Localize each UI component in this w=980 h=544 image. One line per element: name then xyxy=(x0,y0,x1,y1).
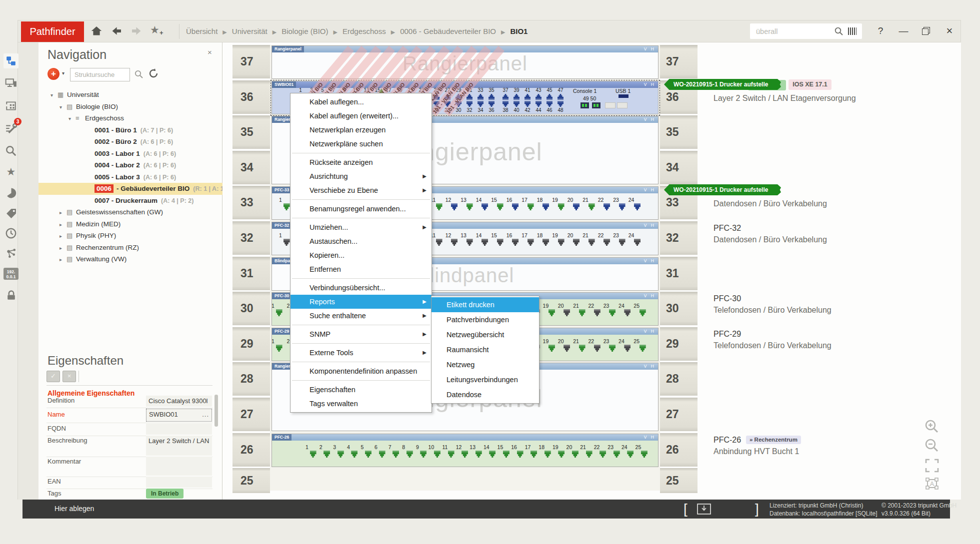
property-value-field[interactable] xyxy=(146,477,212,488)
discard-button[interactable]: × xyxy=(62,371,76,382)
menu-item[interactable]: Externe Tools▶ xyxy=(290,346,432,360)
port[interactable] xyxy=(640,345,646,352)
more-button[interactable]: ... xyxy=(202,411,209,418)
port[interactable] xyxy=(462,451,468,458)
restore-button[interactable] xyxy=(919,24,934,39)
chevron-right-icon[interactable]: ▸ xyxy=(60,219,66,230)
port[interactable] xyxy=(624,345,630,352)
tree-item[interactable]: ▾▤Biologie (BIO) xyxy=(38,101,222,113)
pie-chart-icon[interactable] xyxy=(4,185,18,200)
port[interactable] xyxy=(641,451,648,458)
port[interactable] xyxy=(564,309,570,316)
port[interactable] xyxy=(310,451,316,458)
port[interactable] xyxy=(448,451,454,458)
breadcrumb-item[interactable]: Universität xyxy=(232,27,268,35)
close-button[interactable]: × xyxy=(942,24,957,39)
port[interactable] xyxy=(466,101,472,107)
apply-button[interactable]: ✓ xyxy=(46,371,60,382)
chevron-right-icon[interactable]: ▸ xyxy=(60,254,66,265)
tree-item[interactable]: 0004 - Labor 2(A: 6 | P: 6) xyxy=(38,159,222,171)
property-value-field[interactable]: Cisco Catalyst 9300l xyxy=(146,396,212,407)
menu-item[interactable]: Netzwegübersicht xyxy=(432,327,539,342)
port[interactable] xyxy=(600,451,606,458)
chevron-right-icon[interactable]: ▸ xyxy=(60,230,66,242)
property-value-field[interactable] xyxy=(146,424,212,435)
zoom-in-icon[interactable] xyxy=(924,419,940,435)
port[interactable] xyxy=(524,101,530,107)
port[interactable] xyxy=(502,101,508,107)
chevron-down-icon[interactable]: ▾ xyxy=(50,89,58,101)
menu-item[interactable]: Etikett drucken xyxy=(432,297,539,312)
menu-item[interactable]: Kabel auflegen (erweitert)... xyxy=(290,109,432,123)
menu-item[interactable]: Kabel auflegen... xyxy=(290,95,432,109)
port[interactable] xyxy=(497,239,504,246)
menu-item[interactable]: Eigenschaften xyxy=(290,383,432,397)
lock-icon[interactable] xyxy=(4,288,18,303)
port[interactable] xyxy=(594,345,600,352)
port[interactable] xyxy=(488,94,494,100)
workorder-ribbon[interactable]: WO-20210915-1 Drucker aufstelle xyxy=(664,184,781,195)
port[interactable] xyxy=(478,101,484,107)
port[interactable] xyxy=(619,239,626,246)
tree-item[interactable]: 0001 - Büro 1(A: 7 | P: 6) xyxy=(38,124,222,136)
tree-item[interactable]: ▸▤Rechenzentrum (RZ) xyxy=(38,242,222,254)
port[interactable] xyxy=(420,451,426,458)
port[interactable] xyxy=(466,203,473,210)
home-icon[interactable] xyxy=(90,25,104,38)
port[interactable] xyxy=(579,309,586,316)
global-search[interactable] xyxy=(750,23,862,39)
panel-close-icon[interactable]: × xyxy=(208,48,212,56)
workorder-ribbon[interactable]: WO-20210915-1 Drucker aufstelle xyxy=(664,79,781,90)
port[interactable] xyxy=(572,451,578,458)
port[interactable] xyxy=(546,101,552,107)
menu-item[interactable]: Suche enthaltene▶ xyxy=(290,309,432,323)
port[interactable] xyxy=(558,101,564,107)
menu-item[interactable]: Komponentendefinition anpassen xyxy=(290,364,432,378)
port[interactable] xyxy=(478,94,484,100)
tree-item[interactable]: ▾≡Erdgeschoss xyxy=(38,112,222,124)
tree-search-icon[interactable] xyxy=(134,69,144,79)
port[interactable] xyxy=(558,239,564,246)
port[interactable] xyxy=(284,239,290,246)
port[interactable] xyxy=(512,203,518,210)
port[interactable] xyxy=(284,203,290,210)
port[interactable] xyxy=(406,451,413,458)
tree-item[interactable]: ▾▦Universität xyxy=(38,89,222,101)
menu-item[interactable]: Datendose xyxy=(432,387,539,402)
port[interactable] xyxy=(436,203,442,210)
port[interactable] xyxy=(536,94,542,100)
label-tool-icon[interactable]: A xyxy=(924,476,940,492)
port[interactable] xyxy=(392,451,399,458)
fit-view-icon[interactable] xyxy=(924,458,940,474)
rack-panel-pfc-26[interactable]: PFC-26V H1234567891011121314151617181920… xyxy=(272,434,658,467)
port[interactable] xyxy=(614,451,620,458)
floorplan-icon[interactable] xyxy=(4,98,18,113)
scrollbar-thumb[interactable] xyxy=(214,395,218,427)
structure-search-input[interactable] xyxy=(74,68,128,81)
port[interactable] xyxy=(517,451,524,458)
port[interactable] xyxy=(558,94,564,100)
port[interactable] xyxy=(536,101,542,107)
drop-label[interactable]: Hier ablegen xyxy=(54,505,94,513)
menu-item[interactable]: Reports▶ xyxy=(290,295,432,309)
port[interactable] xyxy=(503,451,510,458)
barcode-icon[interactable] xyxy=(848,27,856,35)
port[interactable] xyxy=(564,345,570,352)
menu-item[interactable]: Raumansicht xyxy=(432,342,539,357)
port[interactable] xyxy=(634,203,640,210)
breadcrumb-item[interactable]: Biologie (BIO) xyxy=(282,27,328,35)
chevron-right-icon[interactable]: ▸ xyxy=(60,207,66,218)
property-value-field[interactable]: Layer 2 Switch / LAN xyxy=(146,436,212,456)
back-icon[interactable] xyxy=(110,25,124,38)
tree-item[interactable]: 0007 - Druckerraum(A: 4 | P: 2) xyxy=(38,195,222,207)
port[interactable] xyxy=(530,451,537,458)
tree-item[interactable]: ▸▤Verwaltung (VW) xyxy=(38,253,222,265)
port[interactable] xyxy=(276,309,282,316)
port[interactable] xyxy=(488,101,494,107)
port[interactable] xyxy=(640,309,646,316)
port[interactable] xyxy=(434,451,440,458)
port[interactable] xyxy=(609,309,616,316)
usb-port[interactable] xyxy=(618,94,628,98)
tree-item[interactable]: 0005 - Labor 3(A: 6 | P: 6) xyxy=(38,171,222,183)
port[interactable] xyxy=(546,94,552,100)
